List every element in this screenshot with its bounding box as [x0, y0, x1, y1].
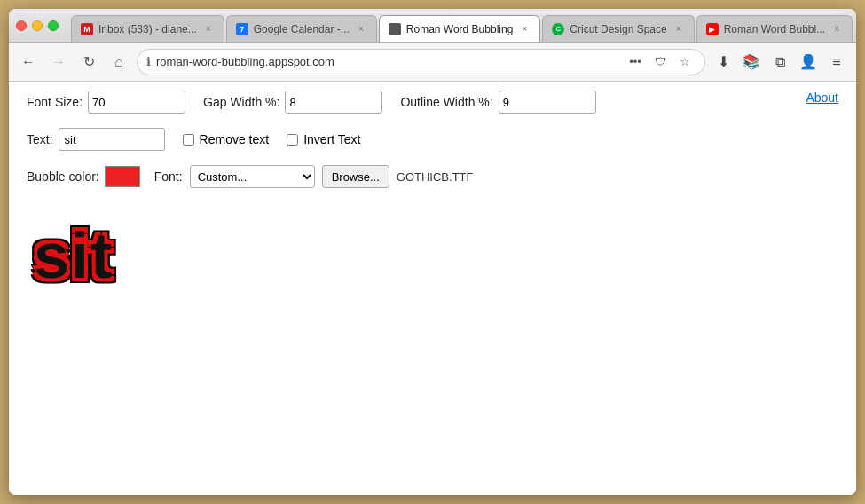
tab-gmail-close[interactable]: × [202, 23, 215, 35]
menu-icon[interactable]: ≡ [824, 50, 849, 75]
font-group: Font: Custom... Arial Times New Roman Br… [154, 165, 474, 188]
font-size-group: Font Size: [27, 91, 185, 114]
tab-gcal-label: Google Calendar -... [254, 23, 350, 35]
invert-text-checkbox[interactable] [287, 134, 298, 146]
profile-icon[interactable]: 👤 [796, 50, 821, 75]
maximize-window-button[interactable] [48, 20, 59, 31]
font-size-input[interactable] [88, 91, 185, 114]
tab-youtube[interactable]: ▶ Roman Word Bubbl... × [696, 15, 853, 42]
tab-youtube-close[interactable]: × [830, 23, 843, 35]
navigation-bar: ← → ↻ ⌂ ℹ ••• 🛡 ☆ ⬇ 📚 ⧉ 👤 ≡ [9, 43, 856, 82]
forward-button[interactable]: → [46, 50, 71, 75]
new-tab-button[interactable]: + [854, 17, 856, 42]
more-options-icon[interactable]: ••• [625, 51, 646, 73]
gap-width-input[interactable] [285, 91, 382, 114]
url-input[interactable] [156, 55, 619, 68]
tab-cricut-label: Cricut Design Space [570, 23, 666, 35]
toolbar-right: ⬇ 📚 ⧉ 👤 ≡ [711, 50, 849, 75]
shield-icon[interactable]: 🛡 [649, 51, 671, 73]
invert-text-group: Invert Text [287, 132, 360, 146]
color-row: Bubble color: Font: Custom... Arial Time… [27, 165, 838, 188]
font-select[interactable]: Custom... Arial Times New Roman [190, 165, 315, 188]
tab-gcal-close[interactable]: × [355, 23, 367, 35]
bubble-color-swatch[interactable] [105, 166, 140, 187]
address-bar-actions: ••• 🛡 ☆ [625, 51, 696, 73]
split-screen-icon[interactable]: ⧉ [767, 50, 792, 75]
browser-window: M Inbox (533) - diane... × 7 Google Cale… [9, 9, 856, 495]
rwb-favicon [389, 23, 401, 35]
remove-text-label: Remove text [200, 132, 270, 146]
text-input[interactable] [59, 128, 165, 151]
tab-cricut-close[interactable]: × [672, 23, 685, 35]
font-size-label: Font Size: [27, 95, 83, 109]
bookmark-icon[interactable]: ☆ [674, 51, 696, 73]
text-group: Text: [27, 128, 165, 151]
about-link[interactable]: About [806, 91, 838, 105]
gcal-favicon: 7 [236, 23, 248, 35]
gap-width-group: Gap Width %: [203, 91, 382, 114]
title-bar: M Inbox (533) - diane... × 7 Google Cale… [9, 9, 856, 43]
close-window-button[interactable] [16, 20, 27, 31]
word-bubble-preview: sit [27, 215, 121, 296]
home-button[interactable]: ⌂ [106, 50, 131, 75]
invert-text-label: Invert Text [303, 132, 360, 146]
tab-rwb-close[interactable]: × [518, 23, 531, 35]
security-icon: ℹ [146, 55, 151, 68]
tab-rwb[interactable]: Roman Word Bubbling × [379, 15, 541, 42]
outline-width-label: Outline Width %: [400, 95, 492, 109]
gmail-favicon: M [81, 23, 93, 35]
youtube-favicon: ▶ [706, 23, 719, 35]
font-label: Font: [154, 169, 183, 184]
text-label: Text: [27, 132, 53, 146]
bubble-color-label: Bubble color: [27, 169, 99, 184]
tab-bar: M Inbox (533) - diane... × 7 Google Cale… [71, 9, 856, 42]
cricut-favicon: C [552, 23, 564, 35]
tab-gcal[interactable]: 7 Google Calendar -... × [226, 15, 377, 42]
tab-cricut[interactable]: C Cricut Design Space × [542, 15, 694, 42]
reload-button[interactable]: ↻ [76, 50, 101, 75]
controls-row-1: Font Size: Gap Width %: Outline Width %: [27, 91, 838, 114]
back-button[interactable]: ← [16, 50, 41, 75]
download-icon[interactable]: ⬇ [711, 50, 735, 75]
minimize-window-button[interactable] [32, 20, 43, 31]
bubble-color-group: Bubble color: [27, 166, 140, 187]
tab-gmail[interactable]: M Inbox (533) - diane... × [71, 15, 224, 42]
tab-gmail-label: Inbox (533) - diane... [98, 23, 197, 35]
page-content: About Font Size: Gap Width %: Outline Wi… [9, 82, 856, 495]
text-row: Text: Remove text Invert Text [27, 128, 838, 151]
remove-text-checkbox[interactable] [183, 134, 194, 146]
browse-button[interactable]: Browse... [322, 165, 389, 188]
collections-icon[interactable]: 📚 [739, 50, 764, 75]
tab-youtube-label: Roman Word Bubbl... [724, 23, 826, 35]
address-bar[interactable]: ℹ ••• 🛡 ☆ [137, 49, 705, 75]
tab-rwb-label: Roman Word Bubbling [406, 23, 514, 35]
outline-width-group: Outline Width %: [400, 91, 595, 114]
font-filename: GOTHICB.TTF [397, 170, 474, 184]
outline-width-input[interactable] [499, 91, 596, 114]
preview-area: sit [27, 206, 838, 305]
gap-width-label: Gap Width %: [203, 95, 279, 109]
traffic-lights [16, 20, 59, 31]
remove-text-group: Remove text [183, 132, 270, 146]
